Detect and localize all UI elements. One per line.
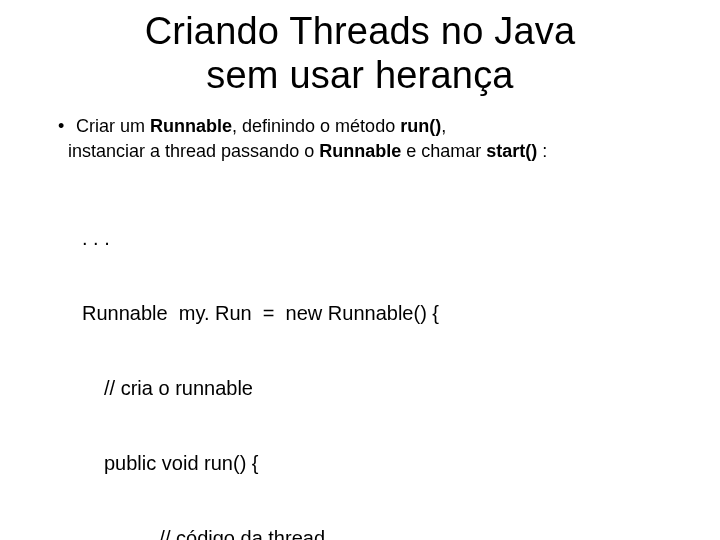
bullet-list: Criar um Runnable, definindo o método ru… — [40, 115, 680, 162]
bullet-run: run() — [400, 116, 441, 136]
code-line: // cria o runnable — [82, 376, 680, 401]
slide: Criando Threads no Java sem usar herança… — [0, 0, 720, 540]
title-line-2: sem usar herança — [206, 54, 513, 96]
code-block: . . . Runnable my. Run = new Runnable() … — [82, 176, 680, 540]
bullet-continuation: instanciar a thread passando o Runnable … — [68, 140, 680, 163]
bullet-runnable: Runnable — [150, 116, 232, 136]
bullet-text-6: : — [537, 141, 547, 161]
bullet-item: Criar um Runnable, definindo o método ru… — [62, 115, 680, 162]
bullet-start: start() — [486, 141, 537, 161]
code-line: Runnable my. Run = new Runnable() { — [82, 301, 680, 326]
bullet-text-1: Criar um — [76, 116, 150, 136]
code-line: . . . — [82, 226, 680, 251]
slide-title: Criando Threads no Java sem usar herança — [40, 10, 680, 97]
code-line: public void run() { — [82, 451, 680, 476]
code-line: . . . // código da thread — [82, 526, 680, 540]
bullet-text-5: e chamar — [401, 141, 486, 161]
bullet-runnable-2: Runnable — [319, 141, 401, 161]
bullet-text-3: , — [441, 116, 446, 136]
bullet-text-4: instanciar a thread passando o — [68, 141, 319, 161]
bullet-text-2: , definindo o método — [232, 116, 400, 136]
title-line-1: Criando Threads no Java — [145, 10, 576, 52]
